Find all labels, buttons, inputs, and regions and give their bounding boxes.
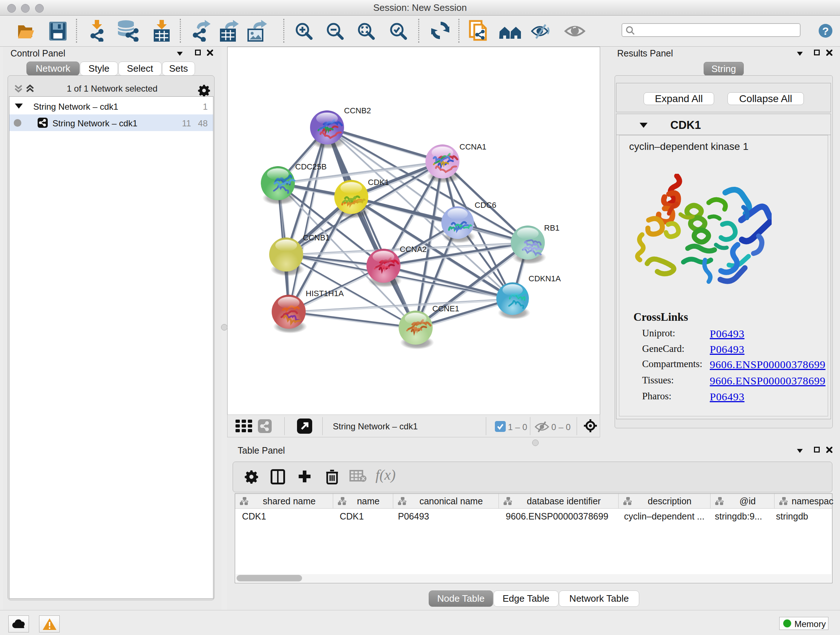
- svg-text:CDC6: CDC6: [475, 201, 496, 210]
- svg-text:HIST1H1A: HIST1H1A: [306, 289, 344, 298]
- svg-text:CDC25B: CDC25B: [295, 162, 327, 171]
- svg-text:CDK1: CDK1: [368, 178, 389, 187]
- svg-text:CCNB2: CCNB2: [344, 106, 371, 115]
- svg-text:CCNA2: CCNA2: [400, 245, 427, 254]
- svg-text:CCNB1: CCNB1: [303, 233, 330, 242]
- svg-text:CCNA1: CCNA1: [459, 142, 486, 151]
- svg-text:CCNE1: CCNE1: [432, 304, 459, 313]
- svg-text:CDKN1A: CDKN1A: [529, 274, 561, 283]
- svg-text:RB1: RB1: [544, 223, 560, 233]
